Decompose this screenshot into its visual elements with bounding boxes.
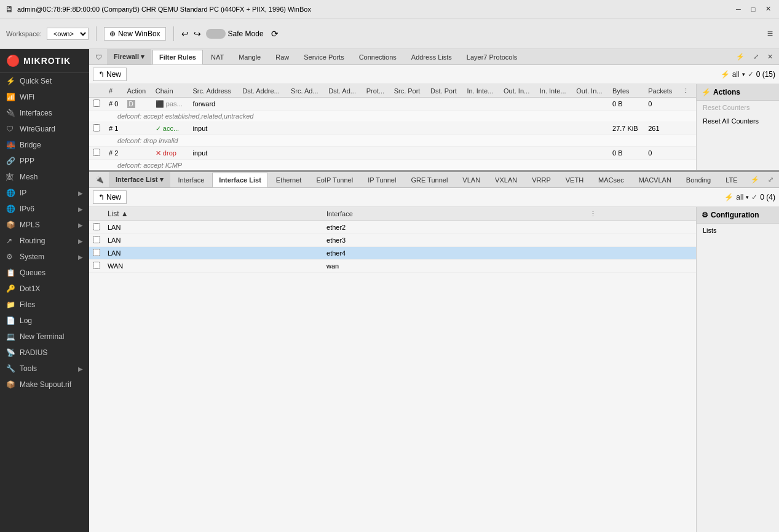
lists-button[interactable]: Lists (697, 224, 779, 237)
table-row[interactable]: # 0 D ⬛ pas... forward 0 B 0 (89, 98, 696, 111)
tab-interface-list[interactable]: Interface List (212, 173, 267, 187)
sidebar-item-new-terminal[interactable]: 💻 New Terminal (0, 329, 89, 345)
reset-all-counters-button[interactable]: Reset All Counters (697, 114, 779, 128)
col-dst-port[interactable]: Dst. Port (427, 84, 463, 98)
col-sep2[interactable]: ⋮ (586, 207, 696, 221)
interface-new-button[interactable]: ↰ New (93, 190, 127, 204)
tab-mangle[interactable]: Mangle (232, 50, 267, 65)
table-row[interactable]: LAN ether2 (89, 221, 696, 234)
sidebar-item-system[interactable]: ⚙ System ▶ (0, 249, 89, 265)
tab-filter-rules[interactable]: Filter Rules (152, 50, 203, 65)
sidebar-item-ppp[interactable]: 🔗 PPP (0, 153, 89, 169)
tab-eoip[interactable]: EoIP Tunnel (309, 173, 360, 187)
tab-nat[interactable]: NAT (204, 50, 231, 65)
sidebar-item-ipv6[interactable]: 🌐 IPv6 ▶ (0, 201, 89, 217)
tab-macvlan[interactable]: MACVLAN (632, 173, 678, 187)
col-in-inte2[interactable]: In. Inte... (536, 84, 572, 98)
tab-ip-tunnel[interactable]: IP Tunnel (361, 173, 403, 187)
col-src-port[interactable]: Src. Port (390, 84, 427, 98)
safe-mode-switch[interactable] (206, 29, 226, 39)
col-interface-name[interactable]: Interface (323, 207, 586, 221)
col-packets[interactable]: Packets (644, 84, 678, 98)
reset-counters-button[interactable]: Reset Counters (697, 101, 779, 114)
interface-filter-icon[interactable]: ⚡ (747, 174, 763, 186)
sidebar-item-log[interactable]: 📄 Log (0, 313, 89, 329)
table-row[interactable]: WAN wan (89, 260, 696, 273)
interface-label[interactable]: Interface List ▾ (109, 172, 170, 187)
col-sep[interactable]: ⋮ (679, 84, 696, 98)
col-out-in1[interactable]: Out. In... (500, 84, 536, 98)
new-winbox-button[interactable]: ⊕ New WinBox (104, 27, 166, 41)
hamburger-button[interactable]: ≡ (767, 28, 773, 39)
minimize-button[interactable]: ─ (732, 4, 745, 15)
sidebar-item-wireguard[interactable]: 🛡 WireGuard (0, 121, 89, 137)
sidebar-item-routing[interactable]: ↗ Routing ▶ (0, 233, 89, 249)
interface-filter-all[interactable]: all (736, 193, 743, 201)
filter-icon[interactable]: ⚡ (732, 51, 748, 63)
row-checkbox[interactable] (93, 236, 100, 243)
sidebar-item-mesh[interactable]: 🕸 Mesh (0, 169, 89, 185)
col-chain[interactable]: Chain (152, 84, 189, 98)
sidebar-item-quick-set[interactable]: ⚡ Quick Set (0, 73, 89, 89)
sidebar-item-mpls[interactable]: 📦 MPLS ▶ (0, 217, 89, 233)
tab-gre[interactable]: GRE Tunnel (404, 173, 454, 187)
tab-interface[interactable]: Interface (172, 173, 212, 187)
sidebar-item-interfaces[interactable]: 🔌 Interfaces (0, 105, 89, 121)
sidebar-item-bridge[interactable]: 🌉 Bridge (0, 137, 89, 153)
col-in-inte1[interactable]: In. Inte... (464, 84, 500, 98)
row-checkbox[interactable] (93, 249, 100, 256)
tab-raw[interactable]: Raw (269, 50, 296, 65)
firewall-filter-all[interactable]: all (732, 70, 740, 79)
sidebar-item-ip[interactable]: 🌐 IP ▶ (0, 185, 89, 201)
maximize-button[interactable]: □ (747, 4, 759, 15)
sync-icon[interactable]: ⟳ (271, 29, 279, 39)
workspace-select[interactable]: <own> (47, 28, 89, 40)
col-dst-address[interactable]: Dst. Addre... (239, 84, 287, 98)
col-num[interactable]: # (105, 84, 124, 98)
sidebar-item-dot1x[interactable]: 🔑 Dot1X (0, 281, 89, 297)
undo-icon[interactable]: ↩ (181, 29, 189, 39)
sidebar-item-radius[interactable]: 📡 RADIUS (0, 345, 89, 361)
row-checkbox[interactable] (93, 149, 100, 156)
tab-bonding[interactable]: Bonding (679, 173, 718, 187)
tab-vlan[interactable]: VLAN (456, 173, 487, 187)
tab-service-ports[interactable]: Service Ports (297, 50, 350, 65)
close-firewall-icon[interactable]: ✕ (764, 51, 777, 63)
tab-address-lists[interactable]: Address Lists (405, 50, 459, 65)
redo-icon[interactable]: ↪ (194, 29, 201, 39)
table-row[interactable]: LAN ether3 (89, 234, 696, 247)
table-row[interactable]: LAN ether4 (89, 247, 696, 260)
tab-ethernet[interactable]: Ethernet (269, 173, 309, 187)
row-checkbox[interactable] (93, 124, 100, 131)
col-list[interactable]: List ▲ (104, 207, 323, 221)
sidebar-item-queues[interactable]: 📋 Queues (0, 265, 89, 281)
col-src-ad[interactable]: Src. Ad... (287, 84, 325, 98)
col-bytes[interactable]: Bytes (609, 84, 644, 98)
col-dst-ad[interactable]: Dst. Ad... (325, 84, 362, 98)
interface-expand-icon[interactable]: ⤢ (764, 174, 777, 186)
col-action[interactable]: Action (124, 84, 152, 98)
sidebar-item-wifi[interactable]: 📶 WiFi (0, 89, 89, 105)
tab-macsec[interactable]: MACsec (591, 173, 631, 187)
firewall-label[interactable]: Firewall ▾ (107, 49, 151, 65)
tab-vxlan[interactable]: VXLAN (488, 173, 524, 187)
tab-connections[interactable]: Connections (352, 50, 403, 65)
tab-veth[interactable]: VETH (559, 173, 590, 187)
col-src-address[interactable]: Src. Address (189, 84, 239, 98)
col-prot[interactable]: Prot... (363, 84, 390, 98)
table-row[interactable]: # 2 ✕ drop input 0 B 0 (89, 147, 696, 160)
sidebar-item-tools[interactable]: 🔧 Tools ▶ (0, 361, 89, 377)
firewall-new-button[interactable]: ↰ New (93, 68, 127, 81)
row-checkbox[interactable] (93, 262, 100, 269)
col-out-in2[interactable]: Out. In... (572, 84, 609, 98)
row-checkbox[interactable] (93, 100, 100, 107)
tab-layer7[interactable]: Layer7 Protocols (460, 50, 524, 65)
tab-lte[interactable]: LTE (719, 173, 744, 187)
sidebar-item-supout[interactable]: 📦 Make Supout.rif (0, 377, 89, 393)
table-row[interactable]: # 1 ✓ acc... input 27.7 KiB 261 (89, 122, 696, 135)
tab-vrrp[interactable]: VRRP (525, 173, 558, 187)
sidebar-item-files[interactable]: 📁 Files (0, 297, 89, 313)
row-checkbox[interactable] (93, 223, 100, 230)
close-button[interactable]: ✕ (762, 4, 774, 15)
expand-icon[interactable]: ⤢ (749, 51, 762, 63)
